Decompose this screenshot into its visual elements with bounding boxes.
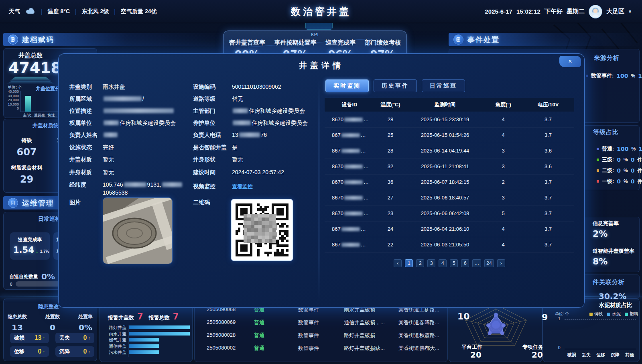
air-quality-label: 空气质量 24优 [121, 8, 156, 15]
video-monitor-link[interactable]: 查看监控 [232, 183, 253, 189]
field-text: 105.746 [103, 181, 123, 188]
pager-next[interactable]: › [497, 259, 505, 267]
table-header-cell: 电压/10V [538, 98, 559, 112]
cell-time: 2025-06-06 06:42:08 [421, 205, 469, 221]
daily-title: 日常巡检 [38, 216, 61, 223]
kpi-label: 窨井盖普查率 [229, 39, 265, 47]
coverage-label: 道智能井盖覆盖率 [593, 248, 634, 255]
material-item: 铸铁607 [8, 137, 46, 158]
tab-history-events[interactable]: 历史事件 [374, 79, 417, 92]
badge-value: 13 [35, 334, 42, 342]
relation-sub: 水泥材质占比 [599, 302, 632, 309]
field-label: 养护单位 [193, 120, 215, 127]
bullet-icon [586, 75, 588, 77]
coverage-value: 8% [593, 256, 607, 266]
tab-realtime-monitor[interactable]: 实时监测 [325, 79, 369, 92]
level-count: 0 [631, 178, 635, 185]
table-row: 867…282025-06-14 04:19:4433.6 [325, 143, 574, 159]
field-value [103, 107, 190, 115]
patrol-rate-row: 1.54 ↓ 1.7% [13, 245, 50, 255]
cell-device-id: 867… [332, 143, 366, 159]
redacted-text [104, 132, 118, 137]
redacted-text [341, 133, 360, 137]
ellipsis: … [361, 242, 366, 248]
region-selector[interactable]: 大足区 [606, 8, 624, 15]
event-id: 2505080028 [207, 332, 236, 338]
field-value: 住房和城乡建设委员会 [232, 119, 316, 127]
pager-page-3[interactable]: 3 [427, 259, 435, 267]
alarm-bars: 路灯井盖雨水井盖燃气井盖通信井盖污水井盖 [100, 299, 192, 362]
chevron-down-icon[interactable]: ∨ [628, 9, 632, 14]
device-id-prefix: 867 [332, 242, 341, 248]
tab-daily-patrol[interactable]: 日常巡查 [422, 79, 465, 92]
avatar[interactable] [589, 5, 602, 18]
material-value: 29 [8, 174, 46, 185]
page-title: 数治窨井盖 [291, 5, 351, 18]
field-value: 查看监控 [232, 182, 316, 191]
pager-page-4[interactable]: 4 [439, 259, 447, 267]
kpi-label: 部门绩效考核 [365, 39, 401, 47]
level-pct: 0 [617, 157, 621, 163]
pager-page-24[interactable]: 24 [484, 259, 494, 267]
redacted-text [341, 149, 360, 153]
field-text: / [142, 96, 144, 102]
source-row: 数管事件: 100 % 13 件 [586, 72, 642, 79]
pager-page-5[interactable]: 5 [450, 259, 458, 267]
info-rate-label: 信息完善率 [593, 220, 619, 227]
kpi-label: 事件按期处置率 [274, 39, 317, 47]
up-arrow-icon: ↑ [43, 336, 45, 340]
event-type: 数管事件 [298, 332, 319, 339]
cell-time: 2025-06-11 21:08:41 [421, 159, 469, 174]
field-text: 9131, [147, 181, 161, 188]
redacted-text [344, 180, 363, 184]
device-id-prefix: 867 [332, 148, 341, 154]
bullet-icon [597, 159, 599, 161]
up-arrow-icon: ↑ [88, 349, 91, 354]
cell-angle: 3 [502, 143, 504, 159]
cell-temperature: 28 [388, 112, 393, 127]
event-desc: 路灯井盖破损缺... [344, 345, 385, 352]
pager-ellipsis[interactable]: … [472, 259, 481, 267]
self-patrol-label: 自巡自处数量 [9, 273, 38, 280]
divider: | [75, 8, 77, 15]
field-label: 设施编码 [193, 83, 215, 91]
field-text: 76 [261, 132, 267, 138]
cell-angle: 3 [502, 190, 504, 205]
self-patrol-row: 自巡自处数量 0% — [9, 272, 65, 281]
field-text: 完好 [103, 144, 114, 150]
count-unit: 件 [638, 157, 642, 163]
field-label: 井身形状 [193, 156, 215, 163]
pager-page-2[interactable]: 2 [416, 259, 424, 267]
field-label: 负责人姓名 [69, 132, 98, 139]
down-arrow-icon: ↓ [36, 248, 39, 254]
cell-voltage: 3.7 [544, 112, 552, 127]
section-header-events: 事件处置 [449, 33, 642, 46]
pager-page-1[interactable]: 1 [405, 259, 413, 267]
hazard-badge: 丢失0↑ [55, 333, 94, 343]
table-header-cell: 监测时间 [435, 98, 455, 112]
section-title: 运维管理 [22, 198, 54, 208]
ellipsis: … [361, 226, 366, 232]
self-patrol-value: 0% [41, 272, 55, 281]
x-category: 位移 [596, 352, 605, 358]
cell-time: 2025-06-07 18:42:15 [421, 174, 469, 190]
field-label: 井盖材质 [69, 156, 92, 163]
level-label: 三级: [602, 156, 614, 163]
pager-page-6[interactable]: 6 [461, 259, 469, 267]
event-level: 普通 [254, 319, 264, 326]
table-row: 867…222025-06-03 21:05:5043.7 [325, 237, 574, 253]
redacted-text [124, 182, 146, 187]
qr-label: 二维码 [193, 199, 210, 206]
event-level: 普通 [254, 345, 264, 352]
level-pct: 0 [617, 178, 621, 185]
event-id: 2505080002 [207, 345, 236, 351]
temperature-label: 温度 8°C [48, 8, 70, 15]
axis-tick: 10,000 [4, 102, 19, 106]
alarm-bar [129, 325, 190, 329]
cell-angle: 2 [502, 174, 504, 190]
table-row: 8670…362025-06-07 18:42:1523.7 [325, 174, 574, 190]
pager-prev[interactable]: ‹ [394, 259, 402, 267]
close-icon[interactable]: × [559, 56, 581, 67]
field-label: 是否智能井盖 [193, 144, 227, 151]
level-count: 0 [631, 167, 635, 174]
